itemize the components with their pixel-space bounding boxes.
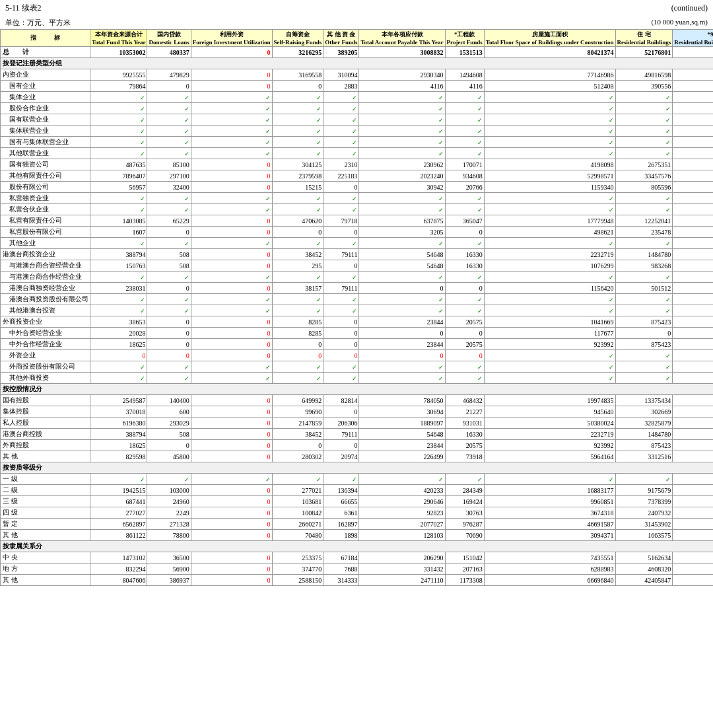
cell-32-1: 293029 [147,418,191,429]
cell-22-3: ✓ [272,305,323,316]
cell-35-3: 280302 [272,451,323,462]
table-row: 私营有限责任公司14030856522904706207971863787536… [1,215,714,227]
cell-27-1: ✓ [147,361,191,373]
cell-38-5: 420233 [359,485,445,496]
cell-27-0: ✓ [90,361,147,373]
table-row: 地 方8322945690003747707688331432207163628… [1,564,714,575]
cell-11-9: 378027 [673,182,713,193]
header-col9: 住 宅 Residential Buildings [615,30,673,47]
total-value-2: 0 [191,47,272,58]
cell-17-7: 2232719 [484,249,615,260]
cell-38-7: 16883177 [484,485,615,496]
total-value-7: 80421374 [484,47,615,58]
cell-24-5: 0 [359,328,445,339]
table-row: 其 他8295984580002803022097422649973918596… [1,451,714,462]
cell-44-0: 1473102 [90,552,147,564]
cell-21-9: ✓ [673,294,713,305]
cell-16-2: ✓ [191,238,272,249]
table-row: 暂 定6562897271328026602711628972077027976… [1,519,714,530]
cell-1-1: 479829 [147,69,191,81]
table-row: 外商投资股份有限公司✓✓✓✓✓✓✓✓✓✓✓✓✓✓ [1,361,714,373]
cell-46-1: 386937 [147,575,191,586]
cell-17-3: 38452 [272,249,323,260]
cell-31-3: 99690 [272,406,323,418]
cell-39-0: 687441 [90,496,147,507]
cell-11-3: 15215 [272,182,323,193]
cell-10-8: 33457576 [615,170,673,182]
cell-16-7: ✓ [484,238,615,249]
total-value-0: 10353002 [90,47,147,58]
table-row: 外商控股186250000238442057592399287542382984… [1,440,714,451]
cell-30-6: 468432 [445,395,484,406]
cell-4-2: ✓ [191,103,272,114]
cell-19-9: ✓ [673,272,713,283]
cell-3-9: ✓ [673,92,713,103]
cell-41-4: 162897 [323,519,359,530]
cell-19-6: ✓ [445,272,484,283]
cell-1-8: 49816598 [615,69,673,81]
cell-35-6: 73918 [445,451,484,462]
cell-30-2: 0 [191,395,272,406]
cell-33-1: 508 [147,429,191,440]
cell-5-5: ✓ [359,114,445,126]
cell-19-7: ✓ [484,272,615,283]
cell-9-1: 85100 [147,159,191,170]
cell-32-9: 4959843 [673,418,713,429]
cell-22-9: ✓ [673,305,713,316]
cell-41-2: 0 [191,519,272,530]
cell-11-0: 56957 [90,182,147,193]
cell-24-6: 0 [445,328,484,339]
cell-7-3: ✓ [272,137,323,148]
cell-17-9: 375591 [673,249,713,260]
cell-39-2: 0 [191,496,272,507]
cell-28-7: ✓ [484,373,615,384]
cell-18-2: 0 [191,260,272,272]
table-row: 私人控股619638029302902147859206306188909793… [1,418,714,429]
cell-7-5: ✓ [359,137,445,148]
cell-7-4: ✓ [323,137,359,148]
cell-13-5: ✓ [359,204,445,215]
cell-40-0: 277027 [90,507,147,519]
cell-17-6: 16330 [445,249,484,260]
cell-10-9: 5845786 [673,170,713,182]
cell-17-0: 388794 [90,249,147,260]
table-row: 国有企业798640002883411641165124083905562294… [1,81,714,92]
cell-19-4: ✓ [323,272,359,283]
cell-20-1: 0 [147,283,191,294]
cell-38-0: 1942515 [90,485,147,496]
cell-31-8: 302669 [615,406,673,418]
cell-8-1: ✓ [147,148,191,159]
cell-30-5: 784050 [359,395,445,406]
cell-42-8: 1663575 [615,530,673,541]
cell-40-6: 30763 [445,507,484,519]
cell-4-0: ✓ [90,103,147,114]
cell-6-8: ✓ [615,126,673,137]
cell-14-0: 1403085 [90,215,147,227]
cell-18-3: 295 [272,260,323,272]
cell-11-4: 0 [323,182,359,193]
cell-9-8: 2675351 [615,159,673,170]
cell-20-6: 0 [445,283,484,294]
cell-37-1: ✓ [147,474,191,485]
cell-46-3: 2588150 [272,575,323,586]
cell-41-0: 6562897 [90,519,147,530]
cell-2-8: 390556 [615,81,673,92]
cell-22-0: ✓ [90,305,147,316]
cell-45-2: 0 [191,564,272,575]
cell-18-5: 54648 [359,260,445,272]
cell-15-9: 60667 [673,227,713,238]
cell-12-4: ✓ [323,193,359,204]
table-row: 港澳台商投资企业38879450803845279111546481633022… [1,249,714,260]
cell-7-6: ✓ [445,137,484,148]
table-row: 中 央1473102365000253375671842062901510427… [1,552,714,564]
cell-21-7: ✓ [484,294,615,305]
cell-33-2: 0 [191,429,272,440]
cell-23-7: 1041669 [484,316,615,328]
header-col10: *90平方米以下住宅 Residential Buildings below 9… [673,30,713,47]
cell-21-0: ✓ [90,294,147,305]
total-value-1: 480337 [147,47,191,58]
cell-44-7: 7435551 [484,552,615,564]
cell-10-2: 0 [191,170,272,182]
cell-30-0: 2549587 [90,395,147,406]
table-row: 按隶属关系分 [1,541,714,552]
